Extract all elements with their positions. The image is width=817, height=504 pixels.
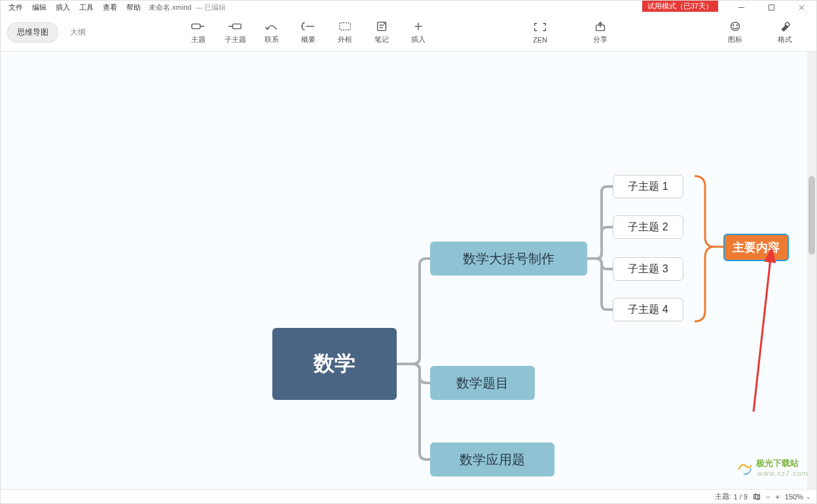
subtopic-button[interactable]: 子主题 [217,17,253,48]
notes-button[interactable]: 笔记 [363,17,400,48]
menu-insert[interactable]: 插入 [52,1,74,14]
summary-button[interactable]: 概要 [290,17,327,48]
notes-icon [374,20,389,32]
view-outline-button[interactable]: 大纲 [61,23,95,42]
share-label: 分享 [593,35,608,45]
boundary-button[interactable]: 外框 [327,17,363,48]
document-status: — 已编辑 [195,3,226,12]
svg-point-23 [739,463,751,475]
emoji-label: 图标 [728,35,742,45]
window-close-button[interactable] [786,1,816,14]
menu-view[interactable]: 查看 [99,1,121,14]
svg-point-17 [731,22,740,31]
zoom-in-button[interactable]: + [775,493,779,501]
notes-label: 笔记 [374,35,389,45]
window-minimize-button[interactable] [726,1,756,14]
summary-label: 概要 [301,35,316,45]
window-maximize-button[interactable] [756,1,786,14]
svg-point-19 [736,25,737,26]
zen-label: ZEN [533,36,547,44]
zen-button[interactable]: ZEN [522,17,558,48]
summary-icon [301,20,316,32]
emoji-icon [728,20,742,32]
watermark-url: www.xz7.com [757,469,808,477]
connectors [1,52,816,489]
svg-rect-1 [769,5,774,10]
boundary-label: 外框 [338,35,352,45]
boundary-icon [338,20,352,32]
format-icon [778,20,792,32]
topic-icon [191,20,206,32]
topic-label: 主题 [191,35,206,45]
relation-button[interactable]: 联系 [253,17,290,48]
root-node[interactable]: 数学 [272,328,397,400]
emoji-button[interactable]: 图标 [717,17,753,48]
zen-icon [533,22,547,33]
share-icon [593,20,608,32]
svg-point-18 [733,25,734,26]
status-bar: 主题: 1 / 9 − + 150% ⌄ [1,489,816,503]
branch-node-3[interactable]: 数学应用题 [430,442,554,477]
summary-node[interactable]: 主要内容 [723,234,789,261]
svg-rect-9 [340,23,351,30]
insert-label: 插入 [411,35,426,45]
sub-node-1[interactable]: 子主题 1 [613,175,683,198]
insert-button[interactable]: 插入 [400,17,437,48]
insert-icon [411,20,426,32]
relation-icon [264,20,279,32]
trial-badge: 试用模式（已37天） [642,1,718,12]
menu-tools[interactable]: 工具 [75,1,98,14]
menu-help[interactable]: 帮助 [122,1,145,14]
watermark-text: 极光下载站 [756,458,808,469]
zoom-value: 150% [785,493,803,501]
map-overview-button[interactable] [753,493,761,501]
scrollbar-thumb[interactable] [808,176,815,255]
zoom-dropdown-icon[interactable]: ⌄ [806,494,811,500]
document-title: 未命名.xmind [149,3,191,12]
share-button[interactable]: 分享 [582,17,619,48]
vertical-scrollbar[interactable] [807,52,816,489]
sub-node-3[interactable]: 子主题 3 [613,257,683,281]
svg-rect-4 [192,24,200,28]
topic-button[interactable]: 主题 [180,17,217,48]
svg-rect-6 [232,24,241,28]
zoom-out-button[interactable]: − [766,493,770,501]
menu-edit[interactable]: 编辑 [28,1,50,14]
canvas-area[interactable]: 数学 数学大括号制作 数学题目 数学应用题 子主题 1 子主题 2 子主题 3 … [1,52,816,489]
view-mindmap-button[interactable]: 思维导图 [7,22,58,43]
branch-node-2[interactable]: 数学题目 [430,366,535,400]
toolbar: 思维导图 大纲 主题 子主题 联系 概要 外框 [1,14,816,52]
relation-label: 联系 [264,35,279,45]
menu-file[interactable]: 文件 [5,1,27,14]
format-label: 格式 [778,35,792,45]
sub-node-4[interactable]: 子主题 4 [613,298,683,321]
sub-node-2[interactable]: 子主题 2 [613,215,683,239]
subtopic-label: 子主题 [225,35,246,45]
topic-count-label: 主题: [715,492,731,501]
format-button[interactable]: 格式 [767,17,803,48]
topic-count-value: 1 / 9 [734,493,748,501]
branch-node-1[interactable]: 数学大括号制作 [430,242,587,276]
subtopic-icon [228,20,242,32]
annotation-arrow [734,248,793,418]
svg-line-22 [753,259,771,412]
watermark: 极光下载站 www.xz7.com [736,458,808,477]
